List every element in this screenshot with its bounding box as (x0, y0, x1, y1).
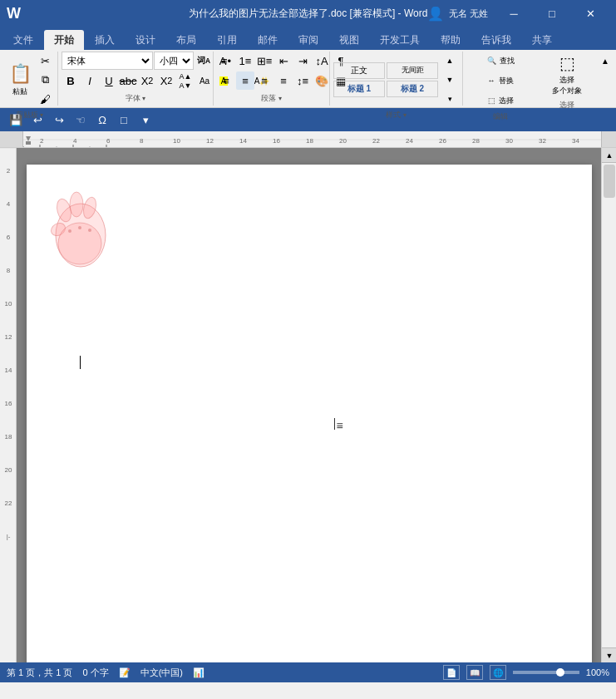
bold-button[interactable]: B (62, 71, 80, 90)
numbering-button[interactable]: 1≡ (236, 52, 254, 70)
italic-button[interactable]: I (81, 71, 99, 90)
view-print-layout[interactable]: 📄 (443, 665, 460, 680)
svg-text:22: 22 (4, 500, 12, 507)
style-no-spacing[interactable]: 无间距 (387, 62, 438, 79)
bullets-button[interactable]: ≡• (217, 52, 235, 70)
select-objects-button[interactable]: ⬚ 选择多个对象 (550, 52, 584, 98)
scrollbar-track[interactable] (602, 163, 616, 647)
vertical-scrollbar[interactable]: ▲ ▼ (601, 148, 616, 662)
svg-text:8: 8 (6, 267, 10, 274)
tab-tell-me[interactable]: 告诉我 (471, 30, 521, 50)
scrollbar-thumb[interactable] (604, 165, 615, 198)
maximize-button[interactable]: □ (533, 0, 571, 27)
document-scroll-area[interactable]: ≡ (17, 148, 601, 662)
style-heading2[interactable]: 标题 2 (387, 81, 438, 97)
select-objects-label: 选择多个对象 (552, 75, 582, 96)
redo-button[interactable]: ↪ (50, 111, 68, 129)
document-area: 2 4 6 8 10 12 14 16 18 20 22 |- (0, 148, 616, 662)
font-name-select[interactable]: 宋体 (62, 52, 153, 70)
select-objects-icon: ⬚ (559, 53, 575, 73)
touch-mode-button[interactable]: ☜ (71, 111, 90, 129)
svg-point-43 (70, 192, 83, 217)
paste-icon: 📋 (9, 63, 32, 85)
minimize-button[interactable]: ─ (495, 0, 533, 27)
status-bar: 第 1 页，共 1 页 0 个字 📝 中文(中国) 📊 📄 📖 🌐 100% (0, 662, 616, 682)
collapse-ribbon-button[interactable]: ▲ (596, 52, 614, 106)
close-button[interactable]: ✕ (571, 0, 609, 27)
multilevel-list-button[interactable]: ⊞≡ (255, 52, 274, 70)
tab-review[interactable]: 审阅 (288, 30, 328, 50)
decrease-indent-button[interactable]: ⇤ (274, 52, 293, 70)
style-heading1[interactable]: 标题 1 (333, 81, 385, 97)
font-shrink-button[interactable]: A▼ (176, 81, 195, 90)
svg-text:20: 20 (339, 137, 347, 145)
align-center-button[interactable]: ≡ (236, 71, 254, 90)
svg-text:18: 18 (306, 137, 313, 145)
scrollbar-down-button[interactable]: ▼ (602, 647, 616, 662)
select-label: 选择 (541, 98, 593, 112)
change-case-button[interactable]: Aa (195, 71, 214, 90)
sort-button[interactable]: ↕A (313, 52, 331, 70)
svg-text:4: 4 (6, 200, 10, 208)
tab-share[interactable]: 共享 (522, 30, 562, 50)
styles-scroll-down[interactable]: ▼ (441, 71, 459, 89)
subscript-button[interactable]: X2 (138, 71, 156, 90)
language: 中文(中国) (140, 667, 183, 679)
tab-design[interactable]: 设计 (126, 30, 165, 50)
font-grow-button[interactable]: A▲ (176, 71, 195, 81)
style-normal[interactable]: 正文 (333, 62, 385, 79)
more-button[interactable]: ▾ (136, 111, 155, 129)
view-read-mode[interactable]: 📖 (466, 665, 483, 680)
tab-references[interactable]: 引用 (207, 30, 247, 50)
tab-home[interactable]: 开始 (44, 30, 84, 50)
tab-help[interactable]: 帮助 (431, 30, 471, 50)
editing-label: 编辑 (466, 110, 535, 124)
paste-button[interactable]: 📋 粘贴 (5, 59, 35, 101)
scrollbar-up-button[interactable]: ▲ (602, 148, 616, 163)
font-size-select[interactable]: 小四 101112 (154, 52, 194, 70)
svg-point-47 (68, 229, 71, 233)
cut-button[interactable]: ✂ (36, 52, 54, 70)
ruler-scale: // This will be handled inline 2 4 6 8 1… (23, 131, 601, 147)
svg-text:2: 2 (6, 167, 10, 175)
increase-indent-button[interactable]: ⇥ (293, 52, 312, 70)
superscript-button[interactable]: X2 (157, 71, 175, 90)
replace-button[interactable]: ↔ 替换 (485, 71, 515, 90)
styles-more[interactable]: ▾ (441, 90, 459, 108)
undo-button[interactable]: ↩ (28, 111, 47, 129)
cursor-ibeam: ≡ (334, 418, 343, 432)
svg-text:4: 4 (73, 137, 77, 145)
vertical-ruler: 2 4 6 8 10 12 14 16 18 20 22 |- (0, 148, 17, 662)
styles-scroll-up[interactable]: ▲ (441, 52, 459, 70)
justify-button[interactable]: ≡ (274, 71, 293, 90)
select-button[interactable]: ⬚ 选择 (485, 91, 515, 110)
title-bar: W 为什么我的图片无法全部选择了.doc [兼容模式] - Word 👤 无名 … (0, 0, 616, 27)
document-page[interactable]: ≡ (27, 165, 592, 662)
strikethrough-button[interactable]: abc (119, 71, 137, 90)
find-button[interactable]: 🔍 查找 (485, 52, 516, 70)
zoom-slider[interactable] (513, 671, 579, 674)
tab-mail[interactable]: 邮件 (248, 30, 288, 50)
copy-button[interactable]: ⧉ (36, 71, 54, 89)
view-web-layout[interactable]: 🌐 (490, 665, 506, 680)
ruler-svg: // This will be handled inline 2 4 6 8 1… (23, 131, 601, 147)
tab-file[interactable]: 文件 (3, 30, 43, 50)
format-painter-button[interactable]: 🖌 (36, 90, 54, 108)
shading-button[interactable]: 🎨 (313, 71, 331, 90)
line-spacing-button[interactable]: ↕≡ (293, 71, 312, 90)
underline-button[interactable]: U (100, 71, 118, 90)
word-art-button[interactable]: 词A (195, 52, 213, 70)
tab-layout[interactable]: 布局 (166, 30, 206, 50)
customize-button[interactable]: □ (115, 111, 133, 129)
align-right-button[interactable]: ≡ (255, 71, 274, 90)
group-styles: 正文 无间距 标题 1 标题 2 ▲ ▼ ▾ 样式 ▾ (330, 52, 463, 106)
align-left-button[interactable]: ≡ (217, 71, 235, 90)
save-button[interactable]: 💾 (7, 111, 25, 129)
special-char-button[interactable]: Ω (93, 111, 111, 129)
tab-insert[interactable]: 插入 (85, 30, 125, 50)
tab-view[interactable]: 视图 (329, 30, 369, 50)
zoom-thumb[interactable] (556, 668, 564, 677)
collapse-icon[interactable]: ▲ (598, 53, 613, 68)
tab-developer[interactable]: 开发工具 (370, 30, 430, 50)
svg-rect-26 (26, 141, 31, 145)
